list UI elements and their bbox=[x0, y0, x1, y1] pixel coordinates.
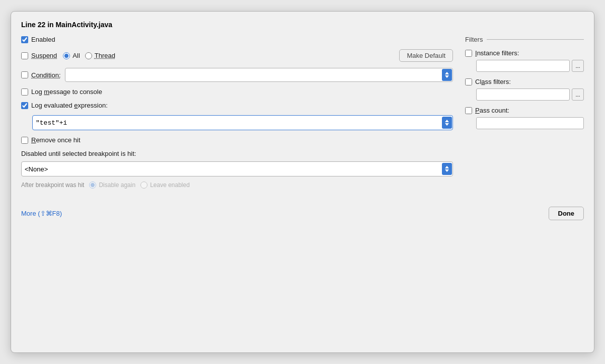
suspend-label[interactable]: Suspend bbox=[31, 52, 57, 59]
thread-radio-label[interactable]: Thread bbox=[95, 52, 115, 59]
disable-again-label[interactable]: Disable again bbox=[99, 181, 135, 189]
filters-panel: Filters Instance filters: ... Class filt… bbox=[453, 36, 584, 194]
none-spinner[interactable] bbox=[442, 163, 452, 175]
pass-count-input-row bbox=[476, 117, 584, 129]
arrow-down-icon bbox=[445, 75, 449, 78]
enabled-checkbox-wrap[interactable]: Enabled bbox=[21, 36, 55, 43]
instance-filter-label[interactable]: Instance filters: bbox=[475, 49, 519, 57]
instance-filter-input[interactable] bbox=[476, 60, 570, 72]
none-arrow-down-icon bbox=[445, 169, 449, 172]
thread-radio-option[interactable]: Thread bbox=[85, 52, 115, 59]
log-expression-label[interactable]: Log evaluated expression: bbox=[31, 102, 108, 109]
log-message-row: Log message to console bbox=[21, 88, 453, 96]
class-filter-ellipsis-button[interactable]: ... bbox=[572, 88, 584, 101]
done-button[interactable]: Done bbox=[549, 207, 584, 220]
remove-once-hit-checkbox[interactable] bbox=[21, 137, 28, 144]
condition-checkbox-wrap[interactable]: Condition: bbox=[21, 71, 61, 79]
none-dropdown-container: <None> bbox=[21, 161, 453, 176]
class-filter-label[interactable]: Class filters: bbox=[475, 78, 511, 85]
suspend-checkbox-wrap[interactable]: Suspend bbox=[21, 52, 57, 59]
none-dropdown-wrap: <None> bbox=[21, 161, 453, 176]
leave-enabled-option[interactable]: Leave enabled bbox=[140, 181, 190, 189]
disable-again-radio[interactable] bbox=[89, 181, 96, 189]
condition-checkbox[interactable] bbox=[21, 71, 28, 78]
log-message-checkbox[interactable] bbox=[21, 88, 28, 96]
make-default-button[interactable]: Make Default bbox=[399, 49, 453, 62]
log-message-checkbox-wrap[interactable]: Log message to console bbox=[21, 88, 102, 96]
all-radio[interactable] bbox=[63, 52, 70, 59]
class-filter-checkbox[interactable] bbox=[465, 78, 472, 85]
log-expression-checkbox[interactable] bbox=[21, 102, 28, 109]
suspend-checkbox[interactable] bbox=[21, 52, 28, 59]
none-dropdown[interactable]: <None> bbox=[21, 161, 453, 176]
filters-label: Filters bbox=[465, 36, 483, 43]
expression-input-row bbox=[32, 115, 453, 130]
filters-divider bbox=[487, 39, 584, 40]
class-filter-input-row: ... bbox=[476, 88, 584, 101]
enabled-checkbox[interactable] bbox=[21, 36, 28, 43]
after-hit-label: After breakpoint was hit bbox=[21, 181, 84, 189]
class-filters-row: Class filters: bbox=[465, 78, 584, 85]
bottom-row: More (⇧⌘F8) Done bbox=[21, 203, 584, 220]
log-message-label[interactable]: Log message to console bbox=[31, 88, 102, 96]
condition-input[interactable] bbox=[65, 68, 453, 82]
suspend-row: Suspend All Thread Make Default bbox=[21, 49, 453, 62]
breakpoint-dialog: Line 22 in MainActivity.java Enabled Sus… bbox=[11, 11, 594, 353]
condition-spinner[interactable] bbox=[442, 69, 452, 81]
expr-arrow-up-icon bbox=[445, 120, 449, 122]
class-filter-input[interactable] bbox=[476, 88, 570, 101]
filters-header: Filters bbox=[465, 36, 584, 43]
pass-count-input[interactable] bbox=[476, 117, 584, 129]
leave-enabled-radio[interactable] bbox=[140, 181, 147, 189]
remove-once-hit-label[interactable]: Remove once hit bbox=[31, 136, 81, 144]
pass-count-checkbox[interactable] bbox=[465, 107, 472, 114]
suspend-left: Suspend All Thread bbox=[21, 52, 115, 59]
instance-filter-input-row: ... bbox=[476, 60, 584, 72]
expression-spinner[interactable] bbox=[442, 117, 452, 129]
more-link[interactable]: More (⇧⌘F8) bbox=[21, 210, 62, 217]
radio-group: All Thread bbox=[63, 52, 115, 59]
leave-enabled-label[interactable]: Leave enabled bbox=[150, 181, 190, 189]
instance-filter-checkbox[interactable] bbox=[465, 50, 472, 57]
dialog-title: Line 22 in MainActivity.java bbox=[21, 21, 584, 29]
pass-count-label[interactable]: Pass count: bbox=[475, 107, 509, 114]
enabled-label[interactable]: Enabled bbox=[31, 36, 55, 43]
expr-arrow-down-icon bbox=[445, 123, 449, 126]
arrow-up-icon bbox=[445, 72, 449, 74]
thread-radio[interactable] bbox=[85, 52, 92, 59]
after-hit-row: After breakpoint was hit Disable again L… bbox=[21, 181, 453, 189]
instance-filter-ellipsis-button[interactable]: ... bbox=[572, 60, 584, 72]
instance-filters-row: Instance filters: bbox=[465, 49, 584, 57]
log-expression-checkbox-wrap[interactable]: Log evaluated expression: bbox=[21, 102, 108, 109]
none-arrow-up-icon bbox=[445, 166, 449, 168]
remove-once-hit-row: Remove once hit bbox=[21, 136, 453, 144]
left-panel: Enabled Suspend All bbox=[21, 36, 453, 194]
disabled-until-label: Disabled until selected breakpoint is hi… bbox=[21, 150, 453, 157]
pass-count-row: Pass count: bbox=[465, 107, 584, 114]
remove-once-hit-checkbox-wrap[interactable]: Remove once hit bbox=[21, 136, 81, 144]
log-expression-row: Log evaluated expression: bbox=[21, 102, 453, 109]
disable-again-option[interactable]: Disable again bbox=[89, 181, 135, 189]
expression-input[interactable] bbox=[32, 115, 453, 130]
all-radio-label[interactable]: All bbox=[72, 52, 80, 59]
expression-input-container bbox=[32, 115, 453, 130]
condition-row: Condition: bbox=[21, 68, 453, 82]
condition-input-wrap bbox=[65, 68, 453, 82]
all-radio-option[interactable]: All bbox=[63, 52, 80, 59]
enabled-row: Enabled bbox=[21, 36, 453, 43]
condition-label[interactable]: Condition: bbox=[31, 71, 61, 79]
